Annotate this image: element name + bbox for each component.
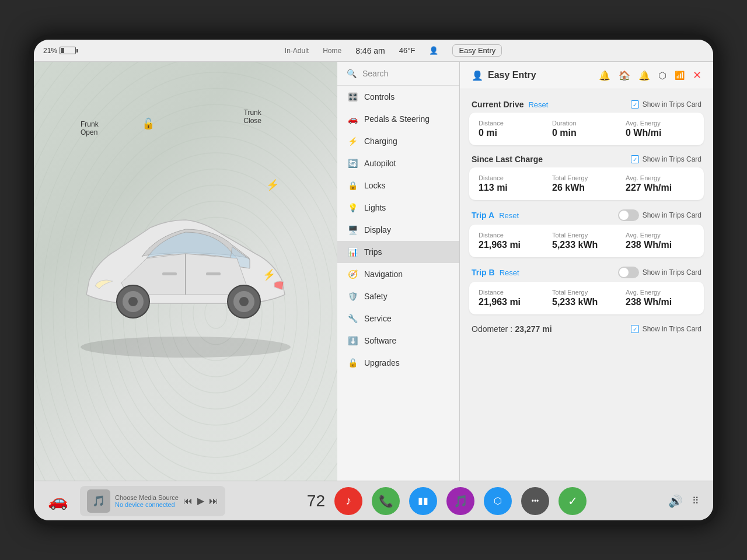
- trip-b-header: Trip B Reset Show in Trips Card: [469, 261, 704, 282]
- bluetooth-button[interactable]: ⬡: [484, 487, 512, 515]
- current-drive-duration-label: Duration: [552, 120, 621, 127]
- settings-item-service[interactable]: 🔧 Service: [337, 307, 459, 330]
- media-player: 🎵 Choose Media Source No device connecte…: [80, 486, 225, 516]
- signal-icon: 📶: [675, 71, 685, 80]
- trip-a-card: Distance 21,963 mi Total Energy 5,233 kW…: [469, 225, 704, 257]
- music-button[interactable]: ♪: [334, 487, 362, 515]
- settings-item-charging[interactable]: ⚡ Charging: [337, 130, 459, 152]
- pedals-label: Pedals & Steering: [364, 114, 430, 124]
- home-icon[interactable]: 🏠: [619, 70, 630, 81]
- settings-item-upgrades[interactable]: 🔓 Upgrades: [337, 352, 459, 374]
- phone-button[interactable]: 📞: [372, 487, 400, 515]
- trips-icon: 📊: [347, 247, 358, 257]
- status-bar: 21% In-Adult Home 8:46 am 46°F 👤 Easy En…: [34, 40, 713, 62]
- last-charge-distance-value: 113 mi: [479, 183, 508, 192]
- odometer-checkbox[interactable]: ✓: [631, 325, 639, 333]
- settings-item-navigation[interactable]: 🧭 Navigation: [337, 263, 459, 285]
- more-button[interactable]: •••: [521, 487, 549, 515]
- odometer-trips-label: Show in Trips Card: [643, 325, 701, 333]
- bell-icon[interactable]: 🔔: [638, 70, 650, 81]
- trip-b-avg-energy: Avg. Energy 238 Wh/mi: [626, 289, 694, 307]
- trip-b-show-trips[interactable]: Show in Trips Card: [618, 267, 701, 278]
- trip-a-avg-energy-label: Avg. Energy: [626, 232, 694, 239]
- trips-content: Current Drive Reset ✓ Show in Trips Card…: [460, 89, 713, 345]
- svg-text:⚡: ⚡: [263, 268, 276, 281]
- app-button[interactable]: ✓: [558, 487, 587, 515]
- settings-item-software[interactable]: ⬇️ Software: [337, 330, 459, 352]
- autopilot-label: Autopilot: [364, 159, 396, 168]
- trips-label: Trips: [364, 247, 382, 257]
- trip-a-trips-label: Show in Trips Card: [643, 211, 701, 219]
- odometer-label: Odometer :: [472, 324, 512, 334]
- trip-a-toggle[interactable]: [618, 209, 639, 221]
- trip-a-avg-energy: Avg. Energy 238 Wh/mi: [626, 232, 694, 250]
- car-icon-taskbar[interactable]: 🚗: [48, 491, 68, 510]
- last-charge-distance: Distance 113 mi: [479, 174, 547, 193]
- last-charge-show-trips[interactable]: ✓ Show in Trips Card: [631, 155, 701, 163]
- odometer-info: Odometer : 23,277 mi: [472, 324, 552, 334]
- next-track-icon[interactable]: ⏭: [209, 496, 218, 506]
- last-charge-checkbox[interactable]: ✓: [631, 155, 639, 163]
- energy-button[interactable]: ▮▮: [409, 487, 437, 515]
- taskbar-center: 72 ♪ 📞 ▮▮ 🎵 ⬡ ••• ✓: [307, 487, 587, 515]
- last-charge-avg-energy: Avg. Energy 227 Wh/mi: [626, 174, 694, 193]
- charging-icon: ⚡: [347, 136, 358, 146]
- lights-icon: 💡: [347, 203, 358, 212]
- odometer-show-trips[interactable]: ✓ Show in Trips Card: [631, 325, 701, 333]
- current-drive-show-trips[interactable]: ✓ Show in Trips Card: [631, 100, 701, 108]
- charging-label: Charging: [364, 136, 397, 146]
- settings-item-pedals[interactable]: 🚗 Pedals & Steering: [337, 108, 459, 130]
- trip-b-trips-label: Show in Trips Card: [643, 268, 701, 276]
- current-drive-distance: Distance 0 mi: [479, 120, 547, 138]
- main-content: Frunk Open Trunk Close 🔓: [34, 62, 713, 481]
- trip-a-distance-label: Distance: [479, 232, 547, 239]
- last-charge-avg-energy-label: Avg. Energy: [626, 174, 694, 181]
- search-item[interactable]: 🔍 Search: [337, 62, 459, 86]
- last-charge-title-area: Since Last Charge: [472, 155, 543, 164]
- last-charge-total-energy-value: 26 kWh: [552, 183, 585, 192]
- trip-a-total-energy: Total Energy 5,233 kWh: [552, 232, 621, 250]
- play-icon[interactable]: ▶: [197, 495, 204, 506]
- easy-entry-badge[interactable]: Easy Entry: [452, 44, 502, 57]
- trip-b-reset[interactable]: Reset: [500, 268, 519, 277]
- current-drive-distance-label: Distance: [479, 120, 547, 127]
- current-drive-duration: Duration 0 min: [552, 120, 621, 138]
- mode-label: In-Adult: [285, 47, 309, 55]
- trips-panel: 👤 Easy Entry 🔔 🏠 🔔 ⬡ 📶 ✕: [460, 62, 713, 481]
- trip-a-label: Trip A: [472, 211, 494, 220]
- current-drive-checkbox[interactable]: ✓: [631, 100, 639, 108]
- screen: 21% In-Adult Home 8:46 am 46°F 👤 Easy En…: [34, 40, 713, 520]
- trip-a-show-trips[interactable]: Show in Trips Card: [618, 209, 701, 221]
- screen-bezel: 21% In-Adult Home 8:46 am 46°F 👤 Easy En…: [29, 35, 718, 525]
- charge-indicator: ⚡: [266, 178, 279, 191]
- trip-a-header: Trip A Reset Show in Trips Card: [469, 204, 704, 225]
- settings-item-trips[interactable]: 📊 Trips: [337, 241, 459, 263]
- settings-item-controls[interactable]: 🎛️ Controls: [337, 86, 459, 108]
- volume-icon[interactable]: 🔊: [668, 494, 683, 508]
- trip-a-reset[interactable]: Reset: [499, 211, 519, 220]
- display-label: Display: [364, 225, 391, 235]
- trip-b-toggle[interactable]: [618, 267, 639, 278]
- settings-item-locks[interactable]: 🔒 Locks: [337, 174, 459, 197]
- trip-a-total-energy-label: Total Energy: [552, 232, 621, 239]
- trip-b-distance: Distance 21,963 mi: [479, 289, 547, 307]
- trip-a-total-energy-value: 5,233 kWh: [552, 240, 598, 250]
- current-drive-title-area: Current Drive Reset: [472, 100, 548, 109]
- media-button[interactable]: 🎵: [446, 487, 474, 515]
- prev-track-icon[interactable]: ⏮: [183, 496, 193, 506]
- trip-b-label: Trip B: [472, 268, 495, 277]
- current-drive-card: Distance 0 mi Duration 0 min Avg. Energy…: [469, 113, 704, 145]
- current-drive-energy: Avg. Energy 0 Wh/mi: [626, 120, 694, 138]
- settings-item-autopilot[interactable]: 🔄 Autopilot: [337, 152, 459, 174]
- current-drive-energy-label: Avg. Energy: [626, 120, 694, 127]
- car-panel: Frunk Open Trunk Close 🔓: [34, 62, 337, 481]
- alarm-icon[interactable]: 🔔: [599, 70, 610, 81]
- last-charge-title: Since Last Charge: [472, 155, 543, 164]
- bluetooth-icon[interactable]: ⬡: [658, 70, 666, 81]
- current-drive-reset[interactable]: Reset: [528, 100, 548, 109]
- close-icon[interactable]: ✕: [693, 69, 701, 82]
- settings-item-safety[interactable]: 🛡️ Safety: [337, 285, 459, 307]
- settings-item-display[interactable]: 🖥️ Display: [337, 219, 459, 241]
- last-charge-total-energy: Total Energy 26 kWh: [552, 174, 621, 193]
- settings-item-lights[interactable]: 💡 Lights: [337, 197, 459, 219]
